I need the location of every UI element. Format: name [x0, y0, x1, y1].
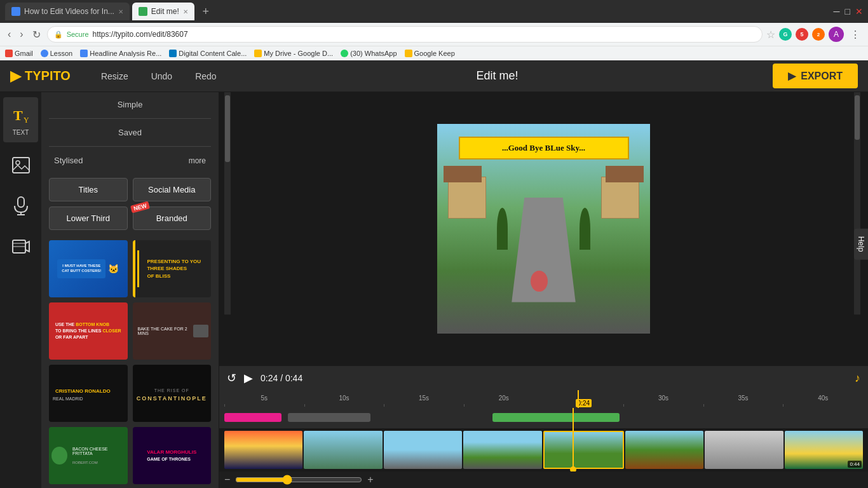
template-bacon[interactable]: BACON CHEESE FRITTATA ROBERT.COM	[49, 427, 128, 484]
logo-text: TYPITO	[25, 69, 71, 83]
minimize-button[interactable]: ─	[834, 6, 840, 17]
main-area: ...Good Bye BLue Sky... ↺ ▶ 0:24 / 0:44 …	[219, 92, 868, 488]
thumb-phone[interactable]	[705, 431, 783, 469]
tick-40s: 40s	[783, 391, 863, 408]
back-button[interactable]: ‹	[5, 26, 13, 43]
tab-how-to-edit[interactable]: How to Edit Videos for In... ✕	[5, 3, 130, 20]
music-icon: ♪	[855, 372, 860, 385]
refresh-button[interactable]: ↻	[30, 26, 43, 43]
thumb-nature[interactable]	[625, 431, 703, 469]
bookmark-digital[interactable]: Digital Content Cale...	[169, 50, 247, 57]
thumb-street[interactable]	[463, 431, 541, 469]
close-button[interactable]: ✕	[855, 6, 863, 17]
bookmark-mydrive[interactable]: My Drive - Google D...	[254, 50, 333, 57]
tab-favicon-2	[139, 7, 147, 16]
scroll-thumb-right	[855, 95, 860, 140]
zoom-in-button[interactable]: +	[367, 474, 373, 485]
branded-button[interactable]: NEW Branded	[133, 207, 212, 230]
thumb-sunset[interactable]	[224, 431, 302, 469]
timeline-ruler: 5s 10s 15s 20s 0:24 30s 35s 40s	[219, 390, 868, 408]
play-button[interactable]: ▶	[244, 371, 253, 385]
bookmark-star-icon[interactable]: ☆	[766, 29, 775, 41]
tab-close-2[interactable]: ✕	[183, 8, 188, 15]
cat-emoji: 🐱	[108, 264, 119, 274]
grammarly-extension: G	[779, 28, 792, 41]
zoom-controls: − +	[219, 471, 868, 488]
redo-button[interactable]: Redo	[190, 69, 221, 84]
settings-icon[interactable]: ⋮	[848, 26, 863, 43]
video-frame: ...Good Bye BLue Sky...	[437, 124, 650, 334]
trello-icon	[169, 50, 177, 57]
more-label[interactable]: more	[189, 156, 206, 165]
lesson-icon	[41, 50, 48, 57]
clip-dark[interactable]	[288, 413, 370, 422]
tab-favicon-1	[11, 7, 20, 16]
svg-text:Y: Y	[24, 116, 29, 125]
thumb-aerial-selected[interactable]	[543, 431, 624, 469]
sidebar-item-audio[interactable]	[3, 188, 38, 224]
zoom-slider[interactable]	[235, 475, 362, 485]
keep-label: Google Keep	[414, 50, 455, 57]
left-scrollbar	[224, 92, 231, 315]
maximize-button[interactable]: □	[845, 6, 850, 17]
template-constantinople[interactable]: THE RISE OF CONSTANTINOPLE	[133, 365, 212, 422]
whatsapp-label: (30) WhatsApp	[350, 50, 397, 57]
tick-35s: 35s	[703, 391, 783, 408]
presenting-text: PRESENTING TO YOUTHREE SHADESOF BLISS	[143, 254, 205, 283]
video-text-overlay: ...Good Bye BLue Sky...	[459, 137, 629, 159]
new-tab-button[interactable]: +	[197, 3, 215, 20]
export-button[interactable]: ▶ EXPORT	[773, 64, 858, 88]
thumb-beach[interactable]: 0:44	[785, 431, 863, 469]
tab-saved[interactable]: Saved	[49, 125, 211, 140]
clip-pink[interactable]	[224, 413, 281, 422]
tick-20s: 20s	[464, 391, 544, 408]
sidebar-item-text[interactable]: TY TEXT	[3, 97, 38, 142]
window-controls: ─ □ ✕	[834, 6, 863, 17]
undo-button[interactable]: Undo	[146, 69, 177, 84]
forward-button[interactable]: ›	[17, 26, 25, 43]
sidebar-item-video[interactable]	[3, 229, 38, 264]
bookmark-whatsapp[interactable]: (30) WhatsApp	[341, 50, 397, 57]
sidebar-item-image[interactable]	[3, 147, 38, 183]
bookmark-headline[interactable]: Headline Analysis Re...	[80, 50, 161, 57]
tab-edit-me[interactable]: Edit me! ✕	[132, 3, 194, 20]
social-media-button[interactable]: Social Media	[133, 178, 212, 201]
profile-avatar[interactable]: A	[829, 27, 844, 42]
bacon-img	[51, 447, 67, 464]
thumb-boat[interactable]	[384, 431, 462, 469]
tick-10s: 10s	[304, 391, 384, 408]
lower-third-button[interactable]: Lower Third	[49, 207, 128, 230]
help-tab[interactable]: Help	[854, 229, 868, 260]
bookmark-keep[interactable]: Google Keep	[405, 50, 455, 57]
bookmark-lesson[interactable]: Lesson	[41, 50, 72, 57]
thumb-market[interactable]	[304, 431, 382, 469]
zoom-out-button[interactable]: −	[224, 474, 230, 485]
timeline-tracks	[219, 408, 868, 428]
tab-simple[interactable]: Simple	[49, 97, 211, 112]
logo[interactable]: ▶ TYPITO	[10, 68, 71, 85]
clip-green[interactable]	[492, 413, 620, 422]
bookmark-gmail[interactable]: Gmail	[5, 50, 33, 57]
titles-button[interactable]: Titles	[49, 178, 128, 201]
template-bottom-knob[interactable]: USE THE BOTTOM KNOBTO BRING THE LINES CL…	[49, 302, 128, 360]
address-bar[interactable]: 🔒 Secure https://typito.com/edit/83607	[47, 26, 763, 43]
template-grid: I MUST HAVE THESECAT BUTT COSTERS! 🐱 PRE…	[41, 235, 219, 488]
template-valar[interactable]: VALAR MORGHULISGAME OF THRONES	[133, 427, 212, 484]
restart-button[interactable]: ↺	[227, 371, 236, 385]
tab-close-1[interactable]: ✕	[118, 8, 123, 15]
tick-024: 0:24	[544, 396, 624, 408]
new-badge: NEW	[130, 201, 149, 213]
bake-img	[193, 325, 208, 337]
panel-tabs: Simple Saved Stylised more	[41, 92, 219, 173]
resize-button[interactable]: Resize	[96, 69, 133, 84]
template-cat-costers[interactable]: I MUST HAVE THESECAT BUTT COSTERS! 🐱	[49, 240, 128, 297]
template-cristiano[interactable]: CRISTIANO RONALDO REAL MADRID	[49, 365, 128, 422]
template-bake-cake[interactable]: BAKE THE CAKE FOR 2 MINS	[133, 302, 212, 360]
cristiano-text: CRISTIANO RONALDO	[53, 386, 124, 396]
mydrive-label: My Drive - Google D...	[264, 50, 333, 57]
tree-2	[580, 208, 590, 250]
cat-text: I MUST HAVE THESECAT BUTT COSTERS!	[59, 261, 104, 276]
ext-orange-icon: 2	[812, 28, 825, 41]
panel: Simple Saved Stylised more Titles Social…	[41, 92, 219, 488]
template-three-shades[interactable]: PRESENTING TO YOUTHREE SHADESOF BLISS	[133, 240, 212, 297]
